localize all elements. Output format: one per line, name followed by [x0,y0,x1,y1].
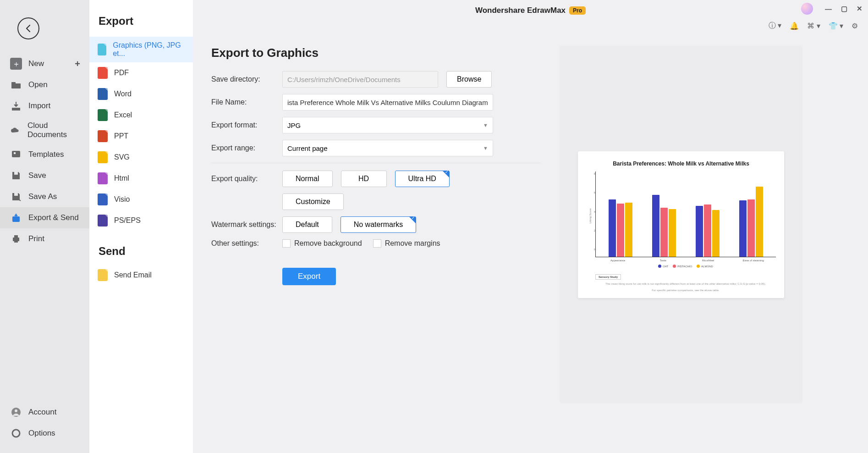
save-dir-input [282,71,438,88]
svg-point-11 [15,409,17,412]
x-axis-labels: AppearanceTasteMouthfeelEase of steaming [595,259,776,262]
browse-button[interactable]: Browse [446,71,492,88]
nav-cloud[interactable]: Cloud Documents [0,116,89,144]
nav-options[interactable]: Options [0,423,89,444]
nav-export-label: Export & Send [28,213,79,222]
filename-input[interactable] [282,94,493,110]
bar [625,203,632,257]
pdf-icon [98,67,108,79]
remove-margins-label: Remove margins [385,239,440,248]
svg-point-13 [15,432,17,435]
nav-account-label: Account [28,408,56,417]
format-excel[interactable]: Excel [89,105,193,126]
svg-rect-4 [14,172,18,175]
nav-open[interactable]: Open [0,74,89,95]
nav-new[interactable]: ＋ New + [0,53,89,74]
pro-badge: Pro [569,6,586,15]
bar [669,209,676,257]
watermark-default[interactable]: Default [282,216,332,233]
format-select[interactable]: JPG▼ [282,117,493,133]
nav-saveas[interactable]: Save As [0,186,89,207]
user-avatar-icon[interactable] [801,3,813,15]
new-expand-icon[interactable]: + [75,59,80,69]
nav-templates[interactable]: Templates [0,144,89,165]
bar [609,199,616,257]
saveas-icon [10,191,22,203]
nav-save-label: Save [28,171,46,180]
bar [747,199,755,257]
bar [696,206,703,257]
quality-ultrahd[interactable]: Ultra HD [395,171,450,187]
ppt-icon [98,130,108,142]
chart-footnote-2: For specific pairwise comparisons, see t… [595,289,776,293]
remove-bg-label: Remove background [294,239,362,248]
print-icon [10,233,22,245]
bar [660,208,668,257]
format-html[interactable]: Html [89,168,193,189]
maximize-button[interactable]: ▢ [841,5,847,13]
format-ppt[interactable]: PPT [89,126,193,147]
nav-cloud-label: Cloud Documents [27,121,79,139]
back-button[interactable] [17,17,39,39]
watermark-none[interactable]: No watermarks [341,216,417,233]
grid-icon[interactable]: ⌘ ▾ [807,22,820,30]
format-visio[interactable]: Visio [89,189,193,210]
header-toolbar: ⓘ ▾ 🔔 ⌘ ▾ 👕 ▾ ⚙ [193,18,868,33]
remove-margins-checkbox[interactable] [373,239,381,248]
graphics-icon [98,44,106,55]
templates-icon [10,149,22,160]
export-button[interactable]: Export [282,268,336,285]
format-svg[interactable]: SVG [89,147,193,168]
save-dir-label: Save directory: [211,75,282,83]
folder-icon [10,79,22,91]
other-label: Other settings: [211,239,282,248]
nav-export-send[interactable]: Export & Send [0,207,89,228]
nav-templates-label: Templates [28,150,64,159]
format-label: Export format: [211,121,282,129]
format-word[interactable]: Word [89,83,193,105]
send-heading: Send [89,231,193,265]
import-icon [10,100,22,112]
format-graphics[interactable]: Graphics (PNG, JPG et... [89,37,193,62]
settings-icon[interactable]: ⚙ [852,22,858,30]
customize-button[interactable]: Customize [282,193,344,210]
legend-item: ALMOND [697,265,713,268]
nav-account[interactable]: Account [0,402,89,423]
close-button[interactable]: ✕ [857,5,863,13]
svg-rect-3 [14,152,16,154]
save-icon [10,170,22,182]
legend-item: OAT [658,265,668,268]
quality-normal[interactable]: Normal [282,171,333,187]
nav-import-label: Import [28,101,50,110]
bar [756,187,763,257]
minimize-button[interactable]: — [825,5,832,13]
bell-icon[interactable]: 🔔 [790,22,799,30]
main-area: Wondershare EdrawMax Pro — ▢ ✕ ⓘ ▾ 🔔 ⌘ ▾… [193,0,868,453]
chevron-down-icon: ▼ [483,145,488,151]
svg-rect-2 [12,151,20,157]
format-pseps[interactable]: PS/EPS [89,210,193,231]
quality-hd[interactable]: HD [341,171,387,187]
nav-options-label: Options [28,429,55,438]
app-title: Wondershare EdrawMax [475,6,566,15]
bar [617,204,624,257]
chart-plot-area [595,171,776,257]
remove-bg-checkbox[interactable] [282,239,291,248]
word-icon [98,88,108,100]
form-heading: Export to Graphics [211,46,541,60]
nav-import[interactable]: Import [0,95,89,116]
export-format-sidebar: Export Graphics (PNG, JPG et... PDF Word… [89,0,193,453]
format-pdf[interactable]: PDF [89,62,193,83]
nav-print[interactable]: Print [0,228,89,249]
file-menu-sidebar: ＋ New + Open Import Cloud Documents Temp… [0,0,89,453]
help-icon[interactable]: ⓘ ▾ [769,21,781,31]
y-axis: Liking Score 8 6 4 2 0 [586,171,595,257]
nav-save[interactable]: Save [0,165,89,186]
shirt-icon[interactable]: 👕 ▾ [829,22,843,30]
range-select[interactable]: Current page▼ [282,140,493,156]
preview-canvas: Barista Preferences: Whole Milk vs Alter… [578,151,784,298]
export-icon [10,212,22,224]
send-email[interactable]: Send Email [89,265,193,286]
svg-rect-8 [14,235,18,238]
bar-group [642,171,686,257]
